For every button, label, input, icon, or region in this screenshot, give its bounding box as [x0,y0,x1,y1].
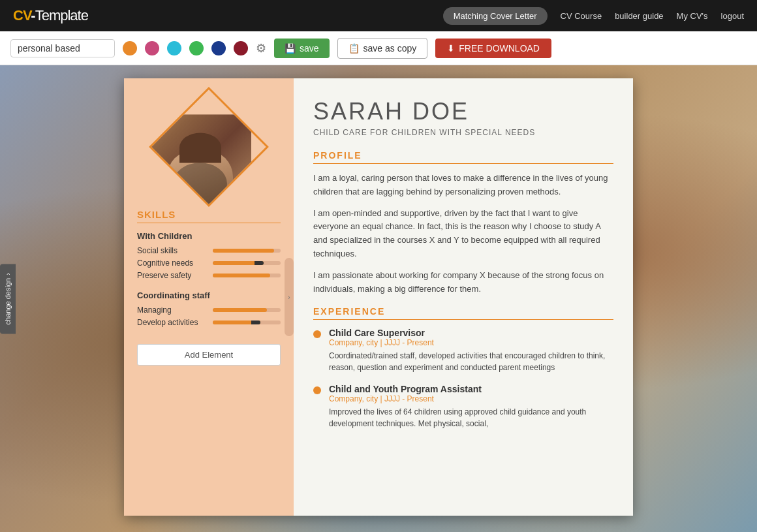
save-button[interactable]: 💾 save [274,39,330,58]
profile-section: PROFILE I am a loyal, caring person that… [313,150,613,296]
skill-fill-safety [213,274,270,277]
experience-section-title: EXPERIENCE [313,306,613,320]
skill-bar-social [213,249,281,253]
skills-section-title: SKILLS [137,209,281,223]
exp-title-1: Child Care Supervisor [329,328,613,338]
experience-dot-2 [313,386,321,394]
toolbar: ⚙ 💾 save 📋 save as copy ⬇ FREE DOWNLOAD [0,31,757,65]
experience-section: EXPERIENCE Child Care Supervisor Company… [313,306,613,430]
profile-section-title: PROFILE [313,150,613,164]
profile-paragraph-1: I am a loyal, caring person that loves t… [313,172,613,199]
color-teal[interactable] [167,41,181,55]
color-pink[interactable] [145,41,159,55]
skill-row-social: Social skills [137,246,281,255]
skill-group-children-title: With Children [137,231,281,241]
exp-title-2: Child and Youth Program Assistant [329,384,613,394]
cv-course-link[interactable]: CV Course [561,11,602,21]
skill-fill-social [213,249,274,253]
builder-guide-link[interactable]: builder guide [615,11,663,21]
skill-bar-cognitive [213,261,281,265]
skill-label-social: Social skills [137,246,209,255]
cv-right-panel: SARAH DOE CHILD CARE FOR CHILDREN WITH S… [294,78,633,516]
download-label: FREE DOWNLOAD [459,43,540,54]
exp-desc-2: Improved the lives of 64 children using … [329,406,613,430]
logo-template: Template [35,7,88,23]
scroll-arrow-icon: › [288,294,290,301]
save-as-copy-button[interactable]: 📋 save as copy [337,38,428,59]
matching-cover-letter-button[interactable]: Matching Cover Letter [443,7,548,25]
main-area: change design › SKILLS With Children [0,65,757,532]
save-icon: 💾 [285,43,296,54]
cv-left-panel: SKILLS With Children Social skills Cogni… [124,78,294,516]
logo-cv: CV [13,7,31,23]
skill-fill-managing [213,308,267,312]
skill-group-staff: Coordinating staff Managing Develop acti… [137,290,281,327]
exp-desc-1: Coordinated/trained staff, developed act… [329,350,613,373]
profile-paragraph-3: I am passionate about working for compan… [313,269,613,296]
logout-link[interactable]: logout [721,11,744,21]
template-name-input[interactable] [10,39,115,57]
experience-item-1: Child Care Supervisor Company, city | JJ… [313,328,613,373]
navbar: CV-Template Matching Cover Letter CV Cou… [0,0,757,31]
skill-label-safety: Preserve safety [137,271,209,280]
skill-bar-develop [213,321,281,324]
skill-fill-cognitive [213,261,264,265]
scrollbar[interactable]: › [285,258,294,336]
color-green[interactable] [189,41,204,55]
photo-diamond-frame [149,87,269,207]
save-as-copy-label: save as copy [363,43,417,54]
exp-company-2: Company, city | JJJJ - Present [329,394,613,403]
skill-label-develop: Develop activities [137,318,209,327]
cv-name: SARAH DOE [313,98,613,125]
experience-item-2: Child and Youth Program Assistant Compan… [313,384,613,430]
experience-content-2: Child and Youth Program Assistant Compan… [329,384,613,430]
skill-group-children: With Children Social skills Cognitive ne… [137,231,281,280]
save-label: save [300,43,319,54]
color-dark-red[interactable] [234,41,248,55]
settings-icon[interactable]: ⚙ [256,41,266,55]
color-orange[interactable] [123,41,137,55]
chevron-right-icon: › [5,273,12,275]
copy-icon: 📋 [348,43,360,54]
download-icon: ⬇ [447,43,455,54]
free-download-button[interactable]: ⬇ FREE DOWNLOAD [435,39,551,58]
skill-group-staff-title: Coordinating staff [137,290,281,300]
experience-dot-1 [313,330,321,338]
skill-label-cognitive: Cognitive needs [137,258,209,268]
photo-container [137,104,281,189]
cv-document: SKILLS With Children Social skills Cogni… [124,78,633,516]
cv-subtitle: CHILD CARE FOR CHILDREN WITH SPECIAL NEE… [313,128,613,137]
color-dark-blue[interactable] [211,41,226,55]
skill-row-managing: Managing [137,305,281,315]
skill-row-cognitive: Cognitive needs [137,258,281,268]
exp-company-1: Company, city | JJJJ - Present [329,338,613,347]
change-design-label: change design [4,277,12,324]
profile-paragraph-2: I am open-minded and supportive, driven … [313,207,613,261]
skill-row-develop: Develop activities [137,318,281,327]
skill-row-safety: Preserve safety [137,271,281,280]
add-element-button[interactable]: Add Element [137,344,281,366]
my-cvs-link[interactable]: My CV's [677,11,708,21]
change-design-tab[interactable]: change design › [0,264,16,334]
skill-bar-managing [213,308,281,312]
skill-fill-develop [213,321,260,324]
logo: CV-Template [13,7,88,24]
experience-content-1: Child Care Supervisor Company, city | JJ… [329,328,613,373]
skill-label-managing: Managing [137,305,209,315]
skill-bar-safety [213,274,281,277]
cv-photo [149,114,251,206]
